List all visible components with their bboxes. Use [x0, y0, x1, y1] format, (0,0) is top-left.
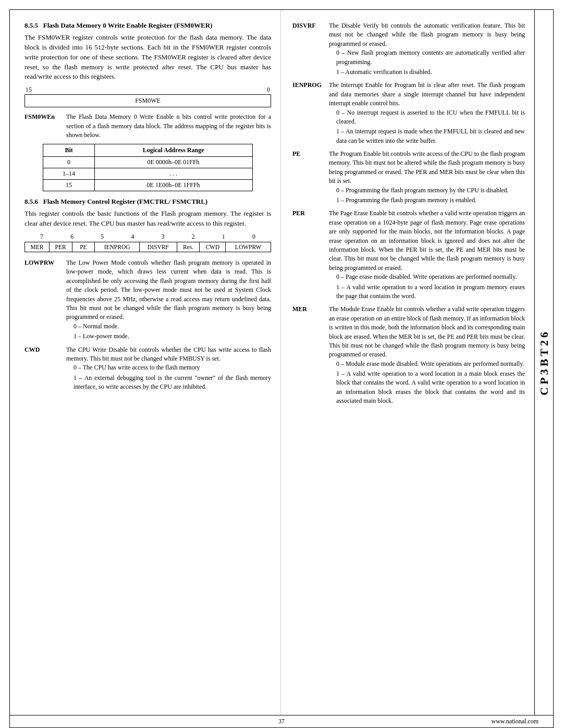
bit-0: 0 [252, 233, 255, 241]
table-header-bit: Bit [43, 144, 94, 157]
mer-item-0: 0 – Module erase mode disabled. Write op… [336, 360, 525, 368]
lowprw-item-0: 0 – Normal mode. [74, 322, 271, 331]
disvrf-item-1: 1 – Automatic verification is disabled. [336, 68, 525, 77]
cwd-desc: CWD The CPU Write Disable bit controls w… [25, 346, 271, 393]
bit-7: 7 [40, 233, 43, 241]
logical-address-table: Bit Logical Address Range 0 0E 0000h–0E … [43, 144, 252, 191]
fmctrl-register-table: MER PER PE IENPROG DISVRF Res. CWD LOWPR… [25, 242, 271, 252]
bit-cell: 15 [43, 180, 94, 191]
fsm0wen-text: The Flash Data Memory 0 Write Enable n b… [66, 113, 271, 140]
fsm0wen-label: FSM0WEn [25, 113, 66, 121]
field-cwd: CWD [200, 242, 226, 252]
left-column: 8.5.5 Flash Data Memory 0 Write Enable R… [10, 10, 281, 715]
disvrf-item-0: 0 – New flash program memory contents ar… [336, 48, 525, 67]
field-pe: PE [72, 242, 95, 252]
lowprw-label: LOWPRW [25, 258, 66, 267]
bit-5: 5 [101, 233, 104, 241]
content-area: 8.5.5 Flash Data Memory 0 Write Enable R… [10, 10, 553, 715]
footer-page-number: 37 [196, 718, 368, 725]
mer-text: The Module Erase Enable bit controls whe… [329, 305, 525, 406]
section-856-title: 8.5.6 Flash Memory Control Register (FMC… [25, 198, 271, 206]
section-855-body: The FSM0WER register controls write prot… [25, 33, 271, 82]
page: 8.5.5 Flash Data Memory 0 Write Enable R… [0, 0, 563, 728]
disvrf-body: The Disable Verify bit controls the auto… [329, 22, 525, 47]
range-cell: 0E 0000h–0E 01FFh [94, 157, 252, 168]
section-855-title: 8.5.5 Flash Data Memory 0 Write Enable R… [25, 21, 271, 30]
bit-15: 15 [26, 86, 32, 94]
field-mer: MER [25, 242, 50, 252]
per-label: PER [292, 209, 329, 217]
per-text: The Page Erase Enable bit controls wheth… [329, 209, 525, 302]
ienprog-body: The Interrupt Enable for Program bit is … [329, 81, 525, 107]
disvrf-label: DISVRF [292, 21, 329, 30]
per-item-0: 0 – Page erase mode disabled. Write oper… [336, 273, 525, 281]
table-row: 1–14 . . . [43, 168, 252, 180]
table-row: 0 0E 0000h–0E 01FFh [43, 157, 252, 168]
ienprog-desc: IENPROG The Interrupt Enable for Program… [292, 81, 525, 146]
field-res: Res. [177, 242, 200, 252]
side-label: CP3BT26 [537, 324, 551, 401]
pe-label: PE [292, 150, 329, 158]
lowprw-text: The Low Power Mode controls whether flas… [66, 258, 271, 342]
field-lowprw: LOWPRW [226, 242, 271, 252]
bit-4: 4 [131, 233, 134, 241]
bit-6: 6 [70, 233, 74, 241]
pe-item-0: 0 – Programming the flash program memory… [336, 186, 525, 195]
range-cell: . . . [94, 168, 252, 180]
bit-3: 3 [162, 233, 165, 241]
section-855: 8.5.5 Flash Data Memory 0 Write Enable R… [25, 21, 271, 82]
bit-cell: 0 [43, 157, 94, 168]
fmctrl-register: 7 6 5 4 3 2 1 0 MER PER [25, 233, 271, 252]
cwd-item-1: 1 – An external debugging tool is the cu… [74, 374, 271, 392]
section-856: 8.5.6 Flash Memory Control Register (FMC… [25, 198, 271, 229]
pe-item-1: 1 – Programming the flash program memory… [336, 196, 525, 205]
disvrf-desc: DISVRF The Disable Verify bit controls t… [292, 21, 525, 78]
section-856-number: 8.5.6 [25, 198, 38, 205]
cwd-item-0: 0 – The CPU has write access to the flas… [74, 363, 271, 372]
field-ienprog: IENPROG [95, 242, 140, 252]
per-desc: PER The Page Erase Enable bit controls w… [292, 209, 525, 302]
bit-2: 2 [192, 233, 195, 241]
mer-label: MER [292, 305, 329, 313]
mer-item-1: 1 – A valid write operation to a word lo… [336, 369, 525, 406]
bit-0: 0 [267, 86, 270, 94]
table-row: 15 0E 1E00h–0E 1FFFh [43, 180, 252, 191]
per-item-1: 1 – A valid write operation to a word lo… [336, 283, 525, 301]
fsm0we-field: FSM0WE [25, 94, 271, 107]
pe-body: The Program Enable bit controls write ac… [329, 150, 525, 184]
field-disvrf: DISVRF [139, 242, 177, 252]
ienprog-item-0: 0 – No interrupt request is asserted to … [336, 108, 525, 127]
disvrf-text: The Disable Verify bit controls the auto… [329, 21, 525, 78]
side-label-wrapper: CP3BT26 [534, 10, 553, 715]
fmctrl-bit-numbers: 7 6 5 4 3 2 1 0 [25, 233, 271, 241]
cwd-body: The CPU Write Disable bit controls wheth… [66, 346, 271, 362]
right-column: DISVRF The Disable Verify bit controls t… [281, 10, 534, 715]
cwd-label: CWD [25, 346, 66, 354]
lowprw-desc: LOWPRW The Low Power Mode controls wheth… [25, 258, 271, 342]
mer-body: The Module Erase Enable bit controls whe… [329, 305, 525, 358]
bit-cell: 1–14 [43, 168, 94, 180]
ienprog-text: The Interrupt Enable for Program bit is … [329, 81, 525, 146]
per-body: The Page Erase Enable bit controls wheth… [329, 209, 525, 271]
page-border: 8.5.5 Flash Data Memory 0 Write Enable R… [9, 9, 554, 728]
section-856-body: This register controls the basic functio… [25, 209, 271, 229]
lowprw-body: The Low Power Mode controls whether flas… [66, 259, 271, 320]
ienprog-item-1: 1 – An interrupt request is made when th… [336, 127, 525, 145]
fmctrl-fields-row: MER PER PE IENPROG DISVRF Res. CWD LOWPR… [25, 242, 271, 252]
footer-url: www.national.com [367, 718, 538, 725]
ienprog-label: IENPROG [292, 81, 329, 89]
fsm0wer-register: 15 0 FSM0WE [25, 86, 271, 107]
section-855-number: 8.5.5 [25, 21, 38, 29]
register-bit-numbers: 15 0 [25, 86, 271, 94]
table-header-range: Logical Address Range [94, 144, 252, 157]
lowprw-item-1: 1 – Low-power mode. [74, 332, 271, 341]
field-per: PER [49, 242, 72, 252]
cwd-text: The CPU Write Disable bit controls wheth… [66, 346, 271, 393]
mer-desc: MER The Module Erase Enable bit controls… [292, 305, 525, 406]
section-856-heading: Flash Memory Control Register (FMCTRL/ F… [43, 198, 207, 205]
fsm0wen-desc: FSM0WEn The Flash Data Memory 0 Write En… [25, 113, 271, 140]
range-cell: 0E 1E00h–0E 1FFFh [94, 180, 252, 191]
bit-1: 1 [222, 233, 225, 241]
footer: 37 www.national.com [10, 715, 553, 727]
pe-text: The Program Enable bit controls write ac… [329, 150, 525, 206]
